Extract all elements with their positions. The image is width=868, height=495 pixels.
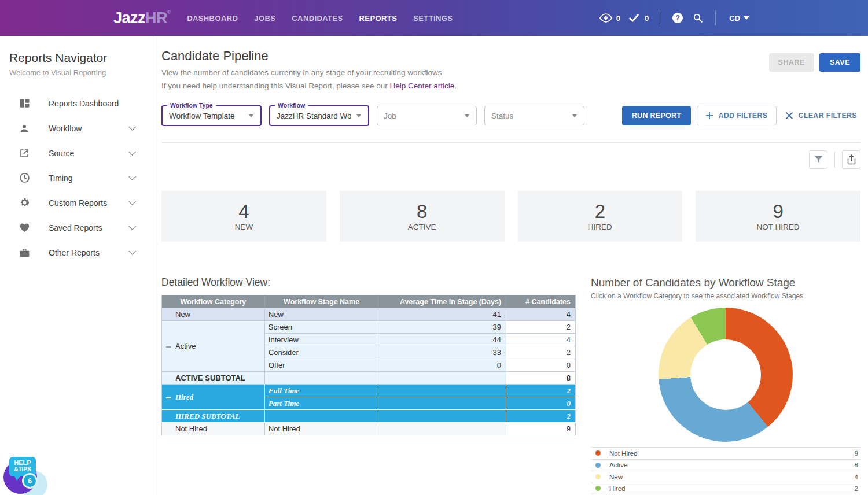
legend-row-not-hired: Not Hired 9 <box>591 447 860 459</box>
sidebar-item-reports-dashboard[interactable]: Reports Dashboard <box>0 91 153 116</box>
select-placeholder: Job <box>384 112 396 120</box>
clear-filters-button[interactable]: CLEAR FILTERS <box>782 112 860 120</box>
legend-label: Hired <box>609 485 625 492</box>
sidebar-item-other-reports[interactable]: Other Reports <box>0 240 153 265</box>
workflow-select[interactable]: Workflow JazzHR Standard Wo... <box>269 105 369 126</box>
clock-icon <box>18 172 31 183</box>
category-label: Active <box>175 342 196 350</box>
sidebar-title: Reports Navigator <box>9 51 153 65</box>
select-value: JazzHR Standard Wo... <box>277 112 351 120</box>
help-tips-widget[interactable]: HELP &TIPS 6 <box>3 457 50 495</box>
stat-value: 9 <box>773 201 783 222</box>
column-header-category: Workflow Category <box>162 295 265 308</box>
nav-item-candidates[interactable]: CANDIDATES <box>292 14 343 23</box>
legend-value: 4 <box>855 474 858 481</box>
category-cell[interactable]: Not Hired <box>162 423 265 435</box>
workflow-type-select[interactable]: Workflow Type Workflow Template <box>161 105 262 126</box>
watching-counter[interactable]: 0 <box>599 12 620 24</box>
help-icon[interactable]: ? <box>671 12 684 24</box>
user-menu[interactable]: CD <box>729 14 749 23</box>
category-cell[interactable]: Active <box>162 321 265 372</box>
briefcase-icon <box>18 248 31 258</box>
category-cell: ACTIVE SUBTOTAL <box>162 372 265 385</box>
logo-trademark: ® <box>167 9 171 15</box>
sidebar-item-label: Reports Dashboard <box>49 99 119 108</box>
stage-cell: Screen <box>264 321 378 334</box>
select-value: Workflow Template <box>169 112 235 120</box>
legend-label: Active <box>609 461 627 468</box>
top-navigation-bar: JazzHR® DASHBOARD JOBS CANDIDATES REPORT… <box>0 0 868 36</box>
legend-value: 9 <box>855 450 858 457</box>
main-nav-items: DASHBOARD JOBS CANDIDATES REPORTS SETTIN… <box>187 14 453 23</box>
stat-label: HIRED <box>588 223 612 231</box>
count-cell: 2 <box>506 385 576 397</box>
sidebar-item-source[interactable]: Source <box>0 141 153 165</box>
nav-item-reports[interactable]: REPORTS <box>359 14 398 23</box>
jazzhr-logo[interactable]: JazzHR® <box>113 9 171 27</box>
avg-time-cell: 39 <box>378 321 506 334</box>
share-button[interactable]: SHARE <box>769 53 814 72</box>
chart-legend: Not Hired 9 Active 8 New 4 Hired 2 <box>591 447 860 494</box>
sidebar-item-label: Source <box>49 149 74 158</box>
sidebar-item-timing[interactable]: Timing <box>0 165 153 190</box>
checkmark-icon <box>628 12 641 24</box>
nav-item-jobs[interactable]: JOBS <box>254 14 275 23</box>
avg-time-cell <box>378 397 506 410</box>
approvals-counter[interactable]: 0 <box>628 12 649 24</box>
legend-row-new: New 4 <box>591 471 860 483</box>
stage-cell: Consider <box>264 346 378 359</box>
stat-card-hired: 2 HIRED <box>518 191 683 242</box>
count-cell: 2 <box>506 346 576 359</box>
page-title: Candidate Pipeline <box>161 49 457 64</box>
logo-hr-text: HR <box>145 9 167 27</box>
category-cell[interactable]: Hired <box>162 385 265 410</box>
count-cell: 4 <box>506 334 576 346</box>
chevron-down-icon <box>128 198 136 205</box>
stat-card-not-hired: 9 NOT HIRED <box>696 191 860 242</box>
close-icon <box>786 112 793 119</box>
add-filters-label: ADD FILTERS <box>718 112 767 120</box>
count-cell: 2 <box>506 321 576 334</box>
job-select[interactable]: Job <box>377 106 477 125</box>
sidebar-item-custom-reports[interactable]: Custom Reports <box>0 190 153 215</box>
avg-time-cell: 0 <box>378 359 506 372</box>
run-report-button[interactable]: RUN REPORT <box>622 106 692 125</box>
select-placeholder: Status <box>491 112 513 120</box>
status-select[interactable]: Status <box>484 106 584 125</box>
nav-item-dashboard[interactable]: DASHBOARD <box>187 14 238 23</box>
add-filters-button[interactable]: ADD FILTERS <box>697 106 777 125</box>
collapse-icon[interactable] <box>166 397 171 398</box>
sidebar-item-label: Workflow <box>49 124 82 133</box>
table-subtotal-row: ACTIVE SUBTOTAL 8 <box>162 372 576 385</box>
chevron-down-icon <box>356 114 361 117</box>
count-cell: 0 <box>506 397 576 410</box>
filter-action-buttons: RUN REPORT ADD FILTERS CLEAR FILTERS <box>622 106 860 125</box>
export-button[interactable] <box>842 150 860 169</box>
report-tools-row <box>161 150 860 169</box>
sidebar-item-label: Timing <box>49 173 73 183</box>
filter-funnel-button[interactable] <box>809 150 827 169</box>
collapse-icon[interactable] <box>166 346 171 348</box>
gear-icon <box>18 197 31 208</box>
nav-item-settings[interactable]: SETTINGS <box>413 14 453 23</box>
category-cell[interactable]: New <box>162 308 265 321</box>
stage-cell <box>264 410 378 423</box>
help-tips-line1: HELP <box>9 459 36 466</box>
main-content: Candidate Pipeline View the number of ca… <box>154 36 868 495</box>
help-tips-badge: 6 <box>22 473 38 489</box>
help-center-link[interactable]: Help Center article. <box>390 82 457 90</box>
sidebar-item-saved-reports[interactable]: Saved Reports <box>0 215 153 240</box>
external-link-icon <box>18 148 31 158</box>
chevron-down-icon <box>128 173 136 180</box>
stage-cell: Interview <box>264 334 378 346</box>
search-icon[interactable] <box>692 12 704 24</box>
stat-label: NEW <box>235 223 253 231</box>
sidebar-item-workflow[interactable]: Workflow <box>0 116 153 141</box>
sidebar-item-label: Other Reports <box>49 248 100 257</box>
legend-dot <box>595 450 601 456</box>
help-text: If you need help understanding this Visu… <box>161 82 390 90</box>
eye-count: 0 <box>616 14 620 23</box>
person-icon <box>18 123 31 134</box>
save-button[interactable]: SAVE <box>819 53 860 72</box>
legend-dot <box>595 474 601 479</box>
